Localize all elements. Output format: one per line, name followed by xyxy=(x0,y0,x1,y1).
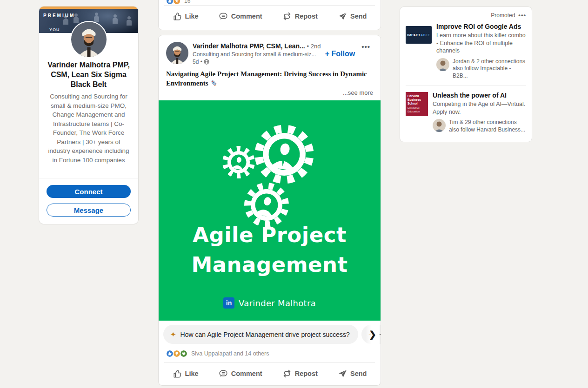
post-text-content: Navigating Agile Project Management: Dri… xyxy=(166,70,367,87)
comment-icon xyxy=(219,369,228,378)
connection-avatar xyxy=(433,119,446,132)
send-icon xyxy=(338,369,347,378)
like-reaction-icon xyxy=(166,350,174,357)
ad-description: Competing in the Age of AI—Virtual. Appl… xyxy=(433,100,526,116)
like-button[interactable]: Like xyxy=(168,8,203,25)
repost-button[interactable]: Repost xyxy=(278,365,322,382)
premium-label: PREMIUM xyxy=(43,13,75,18)
ad-description: Learn more about this killer combo - Enh… xyxy=(436,32,526,55)
see-more-link[interactable]: ...see more xyxy=(343,89,373,96)
repost-label: Repost xyxy=(295,13,318,20)
profile-card: PREMIUM YOU Varinder Malhotra PMP, CSM, … xyxy=(39,7,138,224)
sparkle-icon: ✦ xyxy=(170,330,176,339)
comment-label: Comment xyxy=(231,13,262,20)
post-text: Navigating Agile Project Management: Dri… xyxy=(159,66,381,88)
divider xyxy=(406,85,526,85)
banner-silhouette xyxy=(94,13,99,22)
ad-social-proof: Jordan & 2 other connections also follow… xyxy=(453,58,526,80)
reaction-count[interactable]: 16 xyxy=(184,0,190,4)
social-proof-text[interactable]: Siva Uppalapati and 14 others xyxy=(191,350,269,357)
logo-text: IMPACT xyxy=(407,33,421,37)
logo-text: ABLE xyxy=(421,33,430,37)
rocket-emoji xyxy=(210,79,218,87)
celebrate-reaction-icon xyxy=(173,0,180,5)
post-author-avatar[interactable] xyxy=(166,42,188,64)
like-label: Like xyxy=(185,13,199,20)
follow-button[interactable]: + Follow xyxy=(321,42,359,66)
profile-banner-image: PREMIUM YOU xyxy=(39,9,138,33)
like-button[interactable]: Like xyxy=(168,365,203,382)
like-icon xyxy=(173,369,182,378)
impactable-logo[interactable]: IMPACTABLE xyxy=(406,26,432,44)
post-timestamp: 5d • xyxy=(193,58,202,66)
ai-prompt-chip[interactable]: ✦ How can Agile Project Management drive… xyxy=(163,325,358,344)
image-title: Agile Project Management xyxy=(159,220,381,280)
connection-avatar xyxy=(436,58,449,71)
profile-headline: Consulting and Sourcing for small & medi… xyxy=(47,92,131,164)
send-icon xyxy=(338,12,347,21)
post-author-info: Varinder Malhotra PMP, CSM, Lean... • 2n… xyxy=(193,42,321,66)
image-byline: in Varinder Malhotra xyxy=(159,297,381,309)
ad-title[interactable]: Unleash the power of AI xyxy=(433,91,526,99)
send-button[interactable]: Send xyxy=(333,365,371,382)
post-header: Varinder Malhotra PMP, CSM, Lean... • 2n… xyxy=(159,35,381,66)
image-title-line1: Agile Project xyxy=(159,220,381,250)
ad-harvard: Harvard Business School Executive Educat… xyxy=(406,91,526,133)
previous-post-action-bar: Like Comment Repost Send xyxy=(159,6,381,27)
feed-column: 16 Like Comment Repost Send xyxy=(159,0,381,388)
send-label: Send xyxy=(350,13,367,20)
connection-degree: • 2nd xyxy=(307,43,321,50)
main-post-action-bar: Like Comment Repost Send xyxy=(159,363,381,384)
send-button[interactable]: Send xyxy=(333,8,371,25)
post-social-proof: Siva Uppalapati and 14 others xyxy=(159,346,381,359)
repost-icon xyxy=(282,12,292,21)
comment-label: Comment xyxy=(231,370,262,377)
image-title-line2: Management xyxy=(159,250,381,280)
logo-text: Harvard Business School xyxy=(408,94,426,105)
banner-caption-text: YOU xyxy=(49,27,60,32)
post-more-options-icon[interactable]: ••• xyxy=(359,42,373,52)
profile-name[interactable]: Varinder Malhotra PMP, CSM, Lean Six Sig… xyxy=(47,60,131,89)
harvard-business-school-logo[interactable]: Harvard Business School Executive Educat… xyxy=(406,92,428,116)
send-label: Send xyxy=(350,370,367,377)
ai-prompt-chips-row: ✦ How can Agile Project Management drive… xyxy=(159,321,381,346)
previous-post-card: 16 Like Comment Repost Send xyxy=(159,0,381,30)
connect-button[interactable]: Connect xyxy=(47,185,131,198)
support-reaction-icon xyxy=(180,350,187,357)
logo-text: Executive Education xyxy=(408,106,426,113)
comment-icon xyxy=(219,12,228,21)
main-post-card: Varinder Malhotra PMP, CSM, Lean... • 2n… xyxy=(159,35,381,385)
banner-silhouette xyxy=(113,14,118,24)
comment-button[interactable]: Comment xyxy=(214,365,267,382)
post-author-name[interactable]: Varinder Malhotra PMP, CSM, Lean... xyxy=(193,42,305,50)
profile-actions: Connect Message xyxy=(39,178,138,224)
comment-button[interactable]: Comment xyxy=(214,8,267,25)
gears-graphic xyxy=(159,100,381,321)
globe-icon xyxy=(204,59,209,65)
promoted-label: Promoted xyxy=(491,12,515,19)
linkedin-logo-icon: in xyxy=(223,297,234,309)
like-reaction-icon xyxy=(166,0,174,5)
left-sidebar: PREMIUM YOU Varinder Malhotra PMP, CSM, … xyxy=(39,7,138,224)
chips-next-button[interactable]: ❯ xyxy=(366,325,380,344)
message-button[interactable]: Message xyxy=(47,204,131,217)
previous-post-reactions[interactable]: 16 xyxy=(159,0,381,5)
ad-title[interactable]: Improve ROI of Google Ads xyxy=(436,22,526,31)
like-icon xyxy=(173,12,182,21)
post-author-headline: Consulting and Sourcing for small & medi… xyxy=(193,51,321,58)
chevron-right-icon: ❯ xyxy=(369,329,376,340)
repost-icon xyxy=(282,369,292,378)
like-label: Like xyxy=(185,370,199,377)
ad-social-proof: Tim & 29 other connections also follow H… xyxy=(449,119,526,133)
repost-label: Repost xyxy=(295,370,318,377)
chip-label: How can Agile Project Management drive p… xyxy=(180,331,350,338)
post-image[interactable]: Agile Project Management in Varinder Mal… xyxy=(159,100,381,321)
repost-button[interactable]: Repost xyxy=(278,8,322,25)
banner-silhouette xyxy=(127,16,132,26)
profile-avatar[interactable] xyxy=(70,21,107,58)
promoted-ads-card: Promoted ••• IMPACTABLE Improve ROI of G… xyxy=(400,7,532,142)
ad-impactable: IMPACTABLE Improve ROI of Google Ads Lea… xyxy=(406,22,526,79)
image-byline-name: Varinder Malhotra xyxy=(239,298,316,308)
insightful-reaction-icon xyxy=(173,350,180,357)
ads-more-options-icon[interactable]: ••• xyxy=(518,12,526,19)
